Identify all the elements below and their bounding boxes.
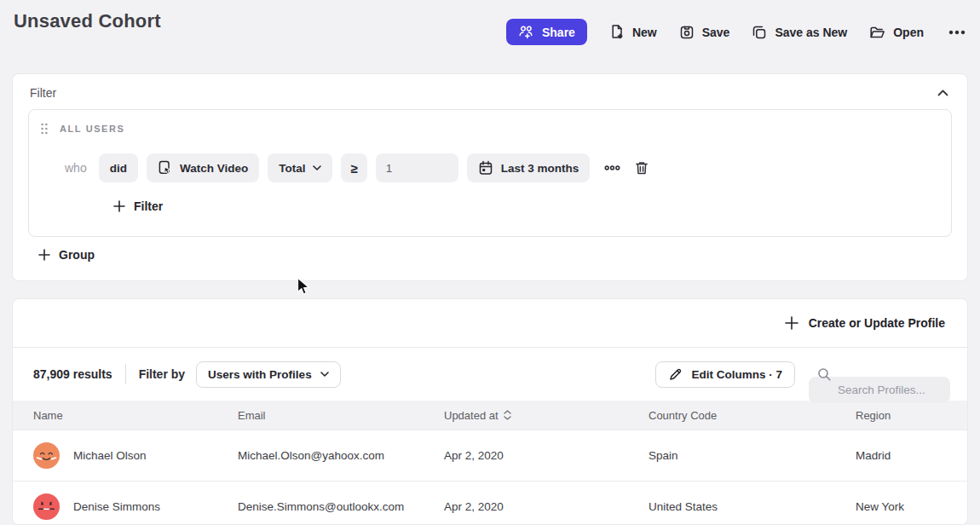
plus-icon [785, 316, 798, 330]
event-label: Watch Video [180, 162, 248, 175]
event-selector[interactable]: Watch Video [147, 153, 259, 182]
edit-columns-label: Edit Columns · 7 [691, 368, 782, 381]
aggregation-selector[interactable]: Total [268, 153, 332, 182]
results-count: 87,909 results [33, 367, 112, 381]
folder-open-icon [869, 25, 885, 40]
create-or-update-profile-button[interactable]: Create or Update Profile [785, 316, 945, 330]
new-button-label: New [632, 26, 657, 39]
add-group-label: Group [59, 248, 95, 262]
chevron-down-icon [313, 165, 321, 170]
new-file-icon [609, 24, 625, 40]
pencil-icon [668, 366, 683, 382]
ellipsis-icon [948, 30, 966, 35]
save-button-label: Save [702, 26, 730, 39]
date-range-selector[interactable]: Last 3 months [467, 153, 591, 182]
save-as-new-button-label: Save as New [775, 26, 847, 39]
delete-filter-button[interactable] [631, 158, 652, 178]
edit-columns-button[interactable]: Edit Columns · 7 [655, 361, 795, 388]
did-label: did [110, 162, 127, 175]
profiles-panel: Create or Update Profile 87,909 results … [12, 298, 968, 525]
value-input[interactable] [376, 153, 458, 182]
new-button[interactable]: New [609, 24, 657, 40]
profile-country-code: United States [649, 500, 856, 513]
profiles-filter-dropdown-value: Users with Profiles [208, 368, 312, 381]
trash-icon [634, 160, 649, 176]
operator-label: ≥ [350, 161, 357, 176]
profiles-filter-dropdown[interactable]: Users with Profiles [196, 361, 341, 388]
column-header-country-code[interactable]: Country Code [649, 409, 856, 422]
profile-name-cell: Michael Olson [33, 442, 238, 469]
create-or-update-profile-label: Create or Update Profile [809, 316, 945, 330]
operator-selector[interactable]: ≥ [341, 153, 366, 182]
drag-handle-icon[interactable] [40, 123, 49, 135]
more-filter-options-button[interactable] [602, 162, 623, 174]
date-range-label: Last 3 months [501, 162, 579, 175]
save-button[interactable]: Save [679, 25, 730, 40]
profile-name: Michael Olson [73, 449, 147, 462]
profile-updated-at: Apr 2, 2020 [444, 449, 649, 462]
header-toolbar: Share New Save [506, 19, 968, 45]
share-button[interactable]: Share [506, 19, 587, 45]
filter-panel: Filter ALL USERS who [12, 73, 968, 281]
profile-region: Madrid [856, 449, 967, 462]
page-title: Unsaved Cohort [14, 10, 161, 32]
column-header-email[interactable]: Email [238, 409, 444, 422]
ellipsis-outline-icon [604, 164, 620, 171]
profile-email: Michael.Olson@yahoox.com [238, 449, 444, 462]
table-row[interactable]: Denise Simmons Denise.Simmons@outlookx.c… [13, 482, 967, 525]
filter-panel-title: Filter [30, 86, 56, 100]
group-header: ALL USERS [40, 123, 125, 135]
avatar [33, 493, 60, 520]
search-box [809, 361, 950, 388]
group-label: ALL USERS [60, 124, 125, 134]
create-profile-row: Create or Update Profile [13, 299, 967, 348]
add-filter-button[interactable]: Filter [113, 199, 163, 213]
calendar-icon [478, 160, 493, 176]
app-root: Unsaved Cohort Share New [0, 0, 980, 525]
column-header-region[interactable]: Region [856, 409, 967, 422]
avatar [33, 442, 60, 469]
event-icon [158, 160, 172, 176]
save-as-new-button[interactable]: Save as New [752, 25, 847, 40]
cohort-group-card: ALL USERS who did Watch Video [28, 109, 952, 237]
add-filter-label: Filter [134, 199, 163, 213]
share-button-label: Share [542, 26, 575, 39]
filter-row: who did Watch Video Total [65, 153, 652, 182]
plus-icon [113, 200, 125, 212]
chevron-up-icon [937, 89, 948, 96]
divider [125, 364, 126, 384]
who-label: who [65, 161, 87, 175]
profile-country-code: Spain [649, 449, 856, 462]
more-options-button[interactable] [946, 27, 968, 38]
save-icon [679, 25, 695, 40]
column-header-name[interactable]: Name [33, 409, 238, 422]
column-header-updated-at[interactable]: Updated at [444, 409, 649, 422]
filter-by-label: Filter by [139, 367, 185, 381]
open-button[interactable]: Open [869, 25, 924, 40]
duplicate-icon [752, 25, 767, 40]
open-button-label: Open [893, 26, 924, 39]
plus-icon [38, 249, 50, 261]
did-selector[interactable]: did [99, 153, 138, 182]
table-row[interactable]: Michael Olson Michael.Olson@yahoox.com A… [13, 430, 967, 482]
collapse-filter-button[interactable] [936, 84, 950, 101]
profile-email: Denise.Simmons@outlookx.com [238, 500, 444, 513]
profile-region: New York [856, 500, 967, 513]
share-users-icon [518, 25, 534, 39]
profile-updated-at: Apr 2, 2020 [444, 500, 649, 513]
add-group-button[interactable]: Group [38, 248, 95, 262]
aggregation-label: Total [279, 162, 305, 175]
chevron-down-icon [320, 372, 329, 377]
profile-name-cell: Denise Simmons [33, 493, 238, 520]
sort-icon [504, 410, 511, 420]
table-header: Name Email Updated at Country Code Regio… [13, 401, 967, 430]
results-bar: 87,909 results Filter by Users with Prof… [13, 348, 967, 401]
profile-name: Denise Simmons [73, 500, 160, 513]
